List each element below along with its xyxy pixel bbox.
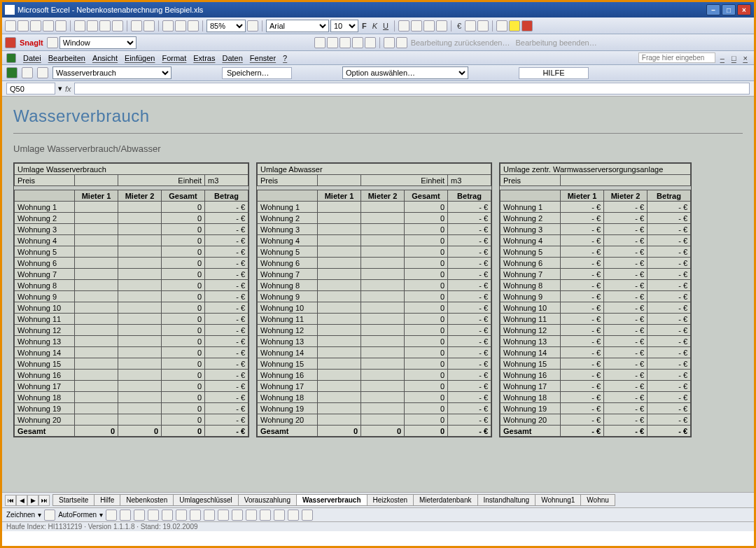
sheet-tab[interactable]: Wohnu bbox=[580, 494, 615, 506]
table-row[interactable]: Wohnung 200- € bbox=[258, 414, 491, 426]
tab-last-icon[interactable]: ⏭ bbox=[38, 495, 50, 506]
underline-icon[interactable]: U bbox=[381, 22, 391, 30]
table-row[interactable]: Wohnung 40- € bbox=[258, 235, 491, 246]
table-row[interactable]: Wohnung 20- € bbox=[15, 213, 248, 224]
borders-icon[interactable] bbox=[496, 20, 507, 31]
hilfe-button[interactable]: HILFE bbox=[519, 67, 589, 79]
table-row[interactable]: Wohnung 150- € bbox=[15, 358, 248, 370]
snagit-config-icon[interactable] bbox=[47, 37, 58, 48]
menu-fenster[interactable]: Fenster bbox=[250, 54, 276, 62]
snagit-icon[interactable] bbox=[5, 37, 16, 48]
table-row[interactable]: Wohnung 3- €- €- € bbox=[500, 224, 691, 235]
name-box[interactable]: Q50 bbox=[6, 83, 55, 94]
close-button[interactable]: × bbox=[737, 4, 751, 15]
table-row[interactable]: Wohnung 5- €- €- € bbox=[500, 246, 691, 258]
print-icon[interactable] bbox=[43, 20, 54, 31]
preis-cell[interactable] bbox=[75, 175, 118, 186]
table-row[interactable]: Wohnung 17- €- €- € bbox=[500, 381, 691, 392]
table-row[interactable]: Wohnung 190- € bbox=[258, 403, 491, 414]
sort-desc-icon[interactable] bbox=[175, 20, 186, 31]
merge-icon[interactable] bbox=[436, 20, 447, 31]
table-row[interactable]: Wohnung 20- € bbox=[258, 213, 491, 224]
clipart-icon[interactable] bbox=[190, 510, 201, 521]
sheet-tab[interactable]: Hilfe bbox=[94, 494, 120, 506]
help-icon[interactable] bbox=[247, 20, 258, 31]
review-icon-7[interactable] bbox=[396, 37, 407, 48]
sheet-tab[interactable]: Nebenkosten bbox=[120, 494, 174, 506]
decimals-icon[interactable] bbox=[477, 20, 489, 31]
table-row[interactable]: Wohnung 30- € bbox=[15, 224, 248, 235]
question-input[interactable] bbox=[638, 52, 715, 63]
table-row[interactable]: Wohnung 20- €- €- € bbox=[500, 414, 691, 426]
line-style-icon[interactable] bbox=[246, 510, 257, 521]
open-icon[interactable] bbox=[18, 20, 29, 31]
minimize-button[interactable]: – bbox=[706, 4, 720, 15]
3d-icon[interactable] bbox=[302, 510, 313, 521]
preis-cell[interactable] bbox=[318, 175, 361, 186]
table-row[interactable]: Wohnung 90- € bbox=[258, 291, 491, 302]
sheet-tab[interactable]: Heizkosten bbox=[367, 494, 414, 506]
table-row[interactable]: Wohnung 30- € bbox=[258, 224, 491, 235]
table-row[interactable]: Wohnung 70- € bbox=[15, 269, 248, 280]
table-row[interactable]: Wohnung 70- € bbox=[258, 269, 491, 280]
autoformen-menu[interactable]: AutoFormen bbox=[58, 511, 97, 519]
speichern-button[interactable]: Speichern… bbox=[222, 67, 292, 79]
table-row[interactable]: Wohnung 120- € bbox=[15, 325, 248, 336]
table-row[interactable]: Wohnung 80- € bbox=[258, 280, 491, 291]
doc-close-icon[interactable]: × bbox=[741, 54, 750, 62]
fx-icon[interactable]: fx bbox=[65, 85, 71, 93]
review-icon-2[interactable] bbox=[327, 37, 338, 48]
table-row[interactable]: Wohnung 16- €- €- € bbox=[500, 370, 691, 381]
table-row[interactable]: Wohnung 7- €- €- € bbox=[500, 269, 691, 280]
sheet-tab[interactable]: Startseite bbox=[52, 494, 94, 506]
sheet-tab[interactable]: Mieterdatenbank bbox=[413, 494, 478, 506]
table-row[interactable]: Wohnung 130- € bbox=[15, 336, 248, 347]
table-row[interactable]: Wohnung 9- €- €- € bbox=[500, 291, 691, 302]
option-select[interactable]: Option auswählen… bbox=[342, 66, 468, 79]
rect-icon[interactable] bbox=[134, 510, 145, 521]
redo-icon[interactable] bbox=[144, 20, 155, 31]
line-icon[interactable] bbox=[106, 510, 117, 521]
table-row[interactable]: Wohnung 100- € bbox=[258, 302, 491, 314]
table-row[interactable]: Wohnung 40- € bbox=[15, 235, 248, 246]
formula-input[interactable] bbox=[74, 83, 750, 94]
review-icon-5[interactable] bbox=[365, 37, 376, 48]
italic-icon[interactable]: K bbox=[370, 22, 379, 30]
table-row[interactable]: Wohnung 1- €- €- € bbox=[500, 202, 691, 213]
tab-prev-icon[interactable]: ◀ bbox=[16, 495, 27, 506]
table-row[interactable]: Wohnung 130- € bbox=[258, 336, 491, 347]
table-row[interactable]: Wohnung 50- € bbox=[15, 246, 248, 258]
nav-print-icon[interactable] bbox=[37, 67, 48, 78]
table-row[interactable]: Wohnung 10- € bbox=[15, 202, 248, 213]
align-center-icon[interactable] bbox=[411, 20, 422, 31]
copy-icon[interactable] bbox=[87, 20, 98, 31]
worksheet-area[interactable]: Wasserverbrauch Umlage Wasserverbrauch/A… bbox=[2, 97, 754, 492]
table-row[interactable]: Wohnung 110- € bbox=[258, 314, 491, 325]
doc-restore-icon[interactable]: □ bbox=[729, 54, 738, 62]
table-row[interactable]: Wohnung 11- €- €- € bbox=[500, 314, 691, 325]
arrow-style-icon[interactable] bbox=[274, 510, 285, 521]
table-row[interactable]: Wohnung 160- € bbox=[258, 370, 491, 381]
menu-help[interactable]: ? bbox=[283, 54, 287, 62]
menu-datei[interactable]: Datei bbox=[23, 54, 41, 62]
nav-back-icon[interactable] bbox=[6, 67, 18, 78]
dash-style-icon[interactable] bbox=[260, 510, 271, 521]
table-row[interactable]: Wohnung 190- € bbox=[15, 403, 248, 414]
table-row[interactable]: Wohnung 50- € bbox=[258, 246, 491, 258]
new-icon[interactable] bbox=[5, 20, 16, 31]
table-row[interactable]: Wohnung 6- €- €- € bbox=[500, 258, 691, 269]
snagit-mode-select[interactable]: Window bbox=[59, 36, 136, 49]
maximize-button[interactable]: □ bbox=[722, 4, 736, 15]
wordart-icon[interactable] bbox=[176, 510, 187, 521]
review-icon-6[interactable] bbox=[384, 37, 395, 48]
align-right-icon[interactable] bbox=[424, 20, 435, 31]
font-select[interactable]: Arial bbox=[266, 20, 329, 32]
fill-icon[interactable] bbox=[204, 510, 215, 521]
table-row[interactable]: Wohnung 120- € bbox=[258, 325, 491, 336]
zeichnen-menu[interactable]: Zeichnen bbox=[6, 511, 35, 519]
currency-icon[interactable]: € bbox=[455, 22, 463, 30]
shadow-icon[interactable] bbox=[288, 510, 299, 521]
table-row[interactable]: Wohnung 200- € bbox=[15, 414, 248, 426]
einheit-cell[interactable]: m3 bbox=[448, 175, 491, 186]
menu-extras[interactable]: Extras bbox=[193, 54, 215, 62]
